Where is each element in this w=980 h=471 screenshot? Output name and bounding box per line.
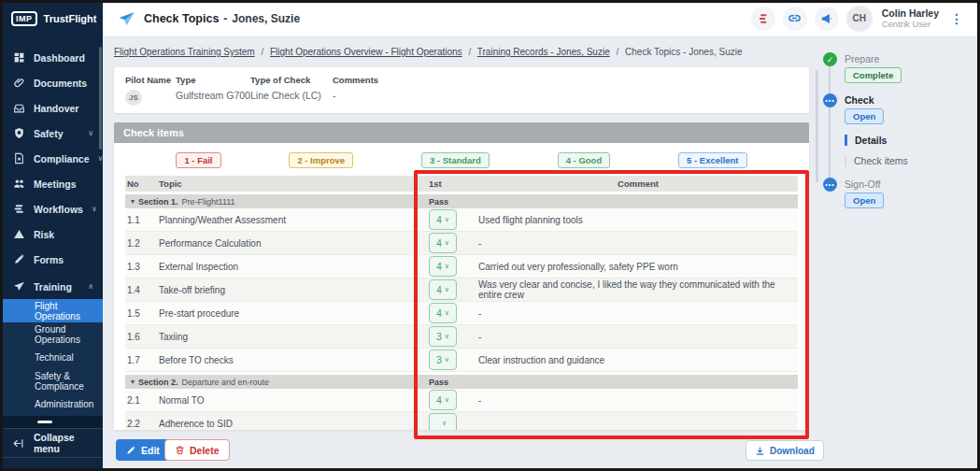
avatar[interactable]: CH — [846, 6, 873, 32]
sidebar-item-compliance[interactable]: Compliance ∨ — [0, 146, 103, 171]
queue-button[interactable] — [751, 7, 775, 31]
announcements-button[interactable] — [815, 7, 839, 31]
sidebar-item-technical[interactable]: Technical — [0, 346, 103, 369]
sidebar-item-forms[interactable]: Forms — [0, 247, 103, 272]
page-title: Check Topics — [144, 12, 219, 25]
chevron-down-icon: ∨ — [88, 129, 93, 137]
score-dropdown[interactable]: 3∨ — [429, 326, 457, 347]
row-topic: Performance Calculation — [159, 238, 425, 249]
table-header-row: No Topic 1st Comment — [125, 176, 798, 192]
sidebar-subitem-label: Ground Operations — [35, 324, 103, 345]
legend-good-badge: 4 - Good — [558, 152, 611, 168]
score-dropdown[interactable]: 4∨ — [429, 279, 457, 300]
stepper-connector — [829, 59, 831, 188]
score-dropdown[interactable]: 3∨ — [429, 350, 457, 370]
queue-icon — [757, 12, 770, 25]
sidebar-item-flight-operations[interactable]: Flight Operations — [0, 299, 103, 322]
sidebar-item-training[interactable]: Training ∧ — [0, 274, 103, 299]
chevron-down-icon: ∨ — [445, 263, 449, 270]
breadcrumb-link[interactable]: Flight Operations Overview - Flight Oper… — [270, 47, 462, 57]
sidebar-item-label: Risk — [34, 229, 54, 240]
sidebar-scrollbar[interactable] — [99, 47, 102, 150]
row-topic: Planning/Weather Assessment — [159, 215, 425, 225]
row-no: 2.1 — [125, 395, 159, 406]
score-dropdown[interactable]: 4∨ — [429, 303, 457, 323]
score-dropdown[interactable]: 4∨ — [429, 256, 457, 277]
sidebar-item-workflows[interactable]: Workflows ∨ — [0, 196, 103, 221]
sidebar-subitem-label: Safety & Compliance — [35, 371, 103, 392]
delete-button-label: Delete — [190, 445, 220, 456]
sidebar-item-meetings[interactable]: Meetings — [0, 171, 103, 196]
table-row: 1.1 Planning/Weather Assessment 4∨ Used … — [125, 208, 798, 232]
sidebar-item-dashboard[interactable]: Dashboard — [0, 45, 103, 70]
score-dropdown[interactable]: 4∨ — [429, 209, 457, 230]
app-logo[interactable]: IMP TrustFlight — [0, 0, 103, 37]
section-name: Pre-Flight1111 — [182, 197, 235, 207]
check-status-badge[interactable]: Open — [845, 108, 884, 124]
score-dropdown[interactable]: ∨ — [429, 413, 457, 430]
row-no: 1.4 — [125, 285, 159, 295]
breadcrumb-link[interactable]: Flight Operations Training System — [114, 47, 255, 57]
breadcrumb: Flight Operations Training System / Flig… — [114, 47, 742, 57]
kebab-menu-icon[interactable]: ⋮ — [946, 11, 967, 26]
training-submenu: Flight Operations Ground Operations Tech… — [0, 299, 103, 416]
collapse-menu-button[interactable]: Collapse menu — [0, 428, 103, 457]
col-header-no: No — [125, 178, 159, 189]
download-button[interactable]: Download — [746, 440, 824, 461]
prepare-status-badge[interactable]: Complete — [845, 67, 902, 83]
score-dropdown[interactable]: 4∨ — [429, 233, 457, 253]
score-dropdown[interactable]: 4∨ — [429, 390, 457, 410]
legend-excellent-badge: 5 - Excellent — [678, 152, 746, 168]
score-legend: 1 - Fail 2 - Improve 3 - Standard 4 - Go… — [114, 143, 809, 168]
signoff-status-badge[interactable]: Open — [845, 193, 884, 208]
edit-button[interactable]: Edit — [116, 439, 170, 461]
app-window: IMP TrustFlight Dashboard Documents Hand… — [0, 0, 980, 471]
check-items-header: Check items — [114, 122, 809, 143]
sidebar-item-risk[interactable]: Risk — [0, 221, 103, 247]
row-no: 1.1 — [125, 215, 159, 225]
breadcrumb-link[interactable]: Training Records - Jones, Suzie — [477, 47, 610, 57]
row-no: 2.2 — [125, 419, 159, 429]
download-icon — [755, 446, 765, 456]
plane-icon — [12, 280, 25, 293]
link-button[interactable] — [783, 7, 807, 31]
field-label: Pilot Name — [125, 75, 176, 85]
chevron-down-icon: ∨ — [445, 396, 449, 404]
score-value: 3 — [436, 355, 442, 365]
sidebar-item-documents[interactable]: Documents — [0, 70, 103, 95]
download-button-label: Download — [770, 446, 815, 456]
field-label: Type of Check — [250, 75, 333, 85]
section-row[interactable]: ▾ Section 1. Pre-Flight1111 Pass — [125, 194, 798, 208]
sidebar-item-handover[interactable]: Handover — [0, 95, 103, 121]
delete-button[interactable]: Delete — [164, 439, 230, 461]
megaphone-icon — [820, 12, 833, 25]
collapse-menu-label: Collapse menu — [34, 432, 103, 454]
content-scrollbar[interactable] — [816, 70, 818, 182]
row-no: 1.3 — [125, 262, 159, 272]
row-comment: Carried out very professionally, safety … — [478, 262, 798, 272]
tab-check-items[interactable]: Check items — [845, 155, 908, 166]
user-name: Colin Harley — [882, 7, 939, 20]
sidebar-subitem-label: Technical — [35, 352, 74, 363]
chevron-up-icon: ∧ — [88, 282, 93, 291]
header-actions: CH Colin Harley Centrik User ⋮ — [751, 6, 967, 32]
score-value: 4 — [436, 308, 442, 319]
pilot-avatar[interactable]: JS — [125, 90, 142, 106]
score-value: 4 — [436, 215, 442, 225]
sidebar-resize-handle[interactable] — [0, 416, 103, 428]
sidebar-item-administration[interactable]: Administration — [0, 392, 103, 416]
sidebar-item-safety-compliance[interactable]: Safety & Compliance — [0, 369, 103, 392]
row-topic: Pre-start procedure — [159, 308, 425, 319]
chevron-down-icon: ∨ — [445, 356, 449, 364]
sidebar-item-label: Compliance — [34, 153, 90, 164]
plane-icon — [118, 9, 135, 27]
table-row: 1.2 Performance Calculation 4∨ - — [125, 232, 798, 255]
compliance-icon — [12, 152, 25, 165]
sidebar-item-safety[interactable]: Safety ∨ — [0, 121, 103, 146]
section-row[interactable]: ▾ Section 2. Departure and en-route Pass — [125, 375, 798, 389]
table-row: 1.4 Take-off briefing 4∨ Was very clear … — [125, 278, 798, 302]
sidebar-item-ground-operations[interactable]: Ground Operations — [0, 322, 103, 346]
tab-details[interactable]: Details — [845, 135, 887, 146]
chevron-down-icon: ∨ — [445, 239, 449, 247]
field-label: Type — [176, 75, 250, 85]
